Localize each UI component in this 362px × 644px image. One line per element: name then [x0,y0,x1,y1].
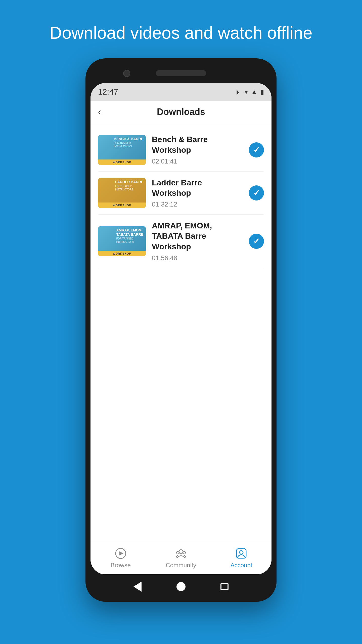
downloads-list: BENCH & BARRE FOR TRAINEDINSTRUCTORS WOR… [90,123,272,541]
download-info-3: AMRAP, EMOM, TABATA Barre Workshop 01:56… [152,221,243,262]
signal-icon: ▲ [251,88,257,96]
thumb-title-bench: BENCH & BARRE [114,137,143,141]
phone-top-bar [90,63,272,83]
download-check-3: ✓ [249,234,264,249]
svg-point-3 [176,551,179,554]
phone-screen: 12:47 ⏵ ▾ ▲ ▮ ‹ Downloads [90,83,272,574]
svg-point-2 [179,550,183,554]
wifi-icon: ▾ [245,88,248,96]
download-duration-1: 02:01:41 [152,157,243,165]
svg-point-6 [240,551,243,554]
download-duration-2: 01:32:12 [152,200,243,208]
status-icons: ⏵ ▾ ▲ ▮ [235,88,264,96]
download-check-1: ✓ [249,142,264,157]
check-icon-3: ✓ [253,236,260,246]
page-headline: Download videos and watch offline [34,23,328,43]
download-info-1: Bench & Barre Workshop 02:01:41 [152,134,243,165]
browse-label: Browse [111,562,131,569]
back-hw-icon [133,582,142,592]
thumb-bg-amrap: AMRAP, EMOM,TABATA BARRE FOR TRAINEDINST… [98,226,146,256]
home-hw-button[interactable] [176,582,186,592]
download-title-3: AMRAP, EMOM, TABATA Barre Workshop [152,221,243,252]
svg-point-4 [183,551,186,554]
nav-item-community[interactable]: Community [156,547,206,569]
thumb-badge-amrap: WORKSHOP [98,251,146,256]
thumb-bg-bench: BENCH & BARRE FOR TRAINEDINSTRUCTORS WOR… [98,135,146,165]
download-info-2: Ladder Barre Workshop 01:32:12 [152,178,243,208]
check-icon-2: ✓ [253,188,260,198]
phone-device: 12:47 ⏵ ▾ ▲ ▮ ‹ Downloads [85,58,277,602]
download-duration-3: 01:56:48 [152,254,243,262]
back-button[interactable]: ‹ [98,107,101,117]
thumb-text-ladder: LADDER BARRE FOR TRAINEDINSTRUCTORS [113,178,146,193]
home-hw-icon [176,582,186,591]
community-icon [175,547,187,560]
download-item-2[interactable]: LADDER BARRE FOR TRAINEDINSTRUCTORS WORK… [98,172,264,215]
app-content: ‹ Downloads BENCH & BARRE FOR TRAINEDINS… [90,101,272,574]
recent-hw-icon [220,583,229,590]
thumb-title-amrap: AMRAP, EMOM,TABATA BARRE [116,228,143,237]
thumb-bg-ladder: LADDER BARRE FOR TRAINEDINSTRUCTORS WORK… [98,178,146,208]
thumb-badge-ladder: WORKSHOP [98,203,146,208]
thumb-sub-bench: FOR TRAINEDINSTRUCTORS [114,141,143,148]
back-hw-button[interactable] [132,582,143,592]
nav-item-account[interactable]: Account [216,547,266,569]
battery-icon: ▮ [260,88,264,96]
download-item-1[interactable]: BENCH & BARRE FOR TRAINEDINSTRUCTORS WOR… [98,128,264,171]
download-check-2: ✓ [249,185,264,200]
thumbnail-amrap: AMRAP, EMOM,TABATA BARRE FOR TRAINEDINST… [98,226,146,256]
status-time: 12:47 [98,87,118,97]
thumbnail-bench: BENCH & BARRE FOR TRAINEDINSTRUCTORS WOR… [98,135,146,165]
thumb-title-ladder: LADDER BARRE [115,180,143,184]
thumb-sub-ladder: FOR TRAINEDINSTRUCTORS [115,185,143,191]
bottom-nav: Browse Community [90,542,272,574]
download-title-2: Ladder Barre Workshop [152,178,243,198]
thumb-text-amrap: AMRAP, EMOM,TABATA BARRE FOR TRAINEDINST… [114,226,146,246]
browse-icon [114,547,127,560]
downloads-title: Downloads [157,107,205,117]
thumb-text-bench: BENCH & BARRE FOR TRAINEDINSTRUCTORS [111,135,146,150]
svg-marker-1 [119,551,123,555]
camera [123,70,130,77]
recent-hw-button[interactable] [219,582,230,592]
play-status-icon: ⏵ [235,88,242,96]
phone-bottom-buttons [90,577,272,597]
account-icon [235,547,248,560]
check-icon-1: ✓ [253,145,260,155]
status-bar: 12:47 ⏵ ▾ ▲ ▮ [90,83,272,101]
download-title-1: Bench & Barre Workshop [152,134,243,155]
community-label: Community [166,562,196,569]
thumb-sub-amrap: FOR TRAINEDINSTRUCTORS [116,237,143,244]
nav-item-browse[interactable]: Browse [96,547,146,569]
thumbnail-ladder: LADDER BARRE FOR TRAINEDINSTRUCTORS WORK… [98,178,146,208]
thumb-badge-bench: WORKSHOP [98,159,146,165]
download-item-3[interactable]: AMRAP, EMOM,TABATA BARRE FOR TRAINEDINST… [98,215,264,268]
account-label: Account [231,562,252,569]
speaker [156,70,206,76]
app-header: ‹ Downloads [90,101,272,123]
